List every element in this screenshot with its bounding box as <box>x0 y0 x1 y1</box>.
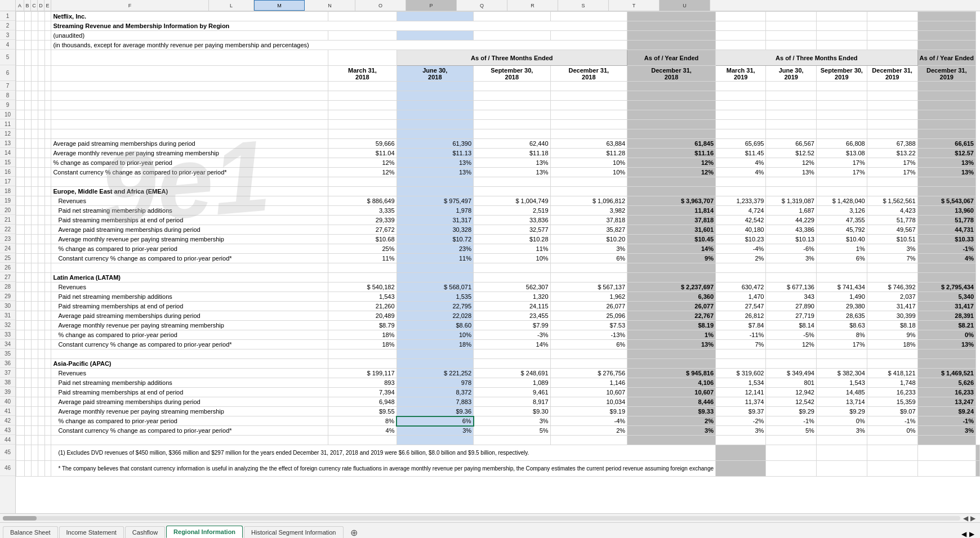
cell-r20[interactable]: 1,687 <box>766 206 817 216</box>
cell-t13[interactable]: 67,388 <box>867 139 917 149</box>
cell-u2[interactable] <box>917 21 975 31</box>
cell-d5[interactable] <box>38 50 44 66</box>
cell-s3[interactable] <box>816 31 867 41</box>
cell-a4[interactable] <box>16 41 25 50</box>
cell-f18[interactable]: Europe, Middle East and Africa (EMEA) <box>51 187 328 196</box>
cell-u5[interactable]: As of / Year Ended <box>917 50 975 66</box>
cell-m1[interactable] <box>397 12 474 21</box>
cell-p13[interactable]: 61,845 <box>627 139 716 149</box>
cell-s20[interactable]: 3,126 <box>816 206 867 216</box>
cell-p1[interactable] <box>627 12 716 21</box>
cell-c2[interactable] <box>31 21 38 31</box>
cell-s4[interactable] <box>816 41 867 50</box>
add-sheet-btn[interactable]: ⊕ <box>347 527 361 538</box>
cell-q3[interactable] <box>716 31 766 41</box>
cell-n15[interactable]: 13% <box>474 158 551 168</box>
cell-u20[interactable]: 13,960 <box>917 206 975 216</box>
cell-e6[interactable] <box>44 66 51 82</box>
cell-u13[interactable]: 66,615 <box>917 139 975 149</box>
cell-f15[interactable]: % change as compared to prior-year perio… <box>51 158 328 168</box>
cell-b3[interactable] <box>24 31 31 41</box>
cell-c5[interactable] <box>31 50 38 66</box>
cell-q13[interactable]: 65,695 <box>716 139 766 149</box>
cell-l15[interactable]: 12% <box>328 158 397 168</box>
cell-r14[interactable]: $12.52 <box>766 149 817 158</box>
cell-footnote2[interactable]: * The company believes that constant cur… <box>51 461 716 477</box>
cell-l14[interactable]: $11.04 <box>328 149 397 158</box>
sheet-nav-left[interactable]: ◀ <box>961 530 966 538</box>
cell-p20[interactable]: 11,814 <box>627 206 716 216</box>
cell-e4[interactable] <box>44 41 51 50</box>
cell-a1[interactable] <box>16 12 25 21</box>
cell-p16[interactable]: 12% <box>627 168 716 177</box>
cell-f13[interactable]: Average paid streaming memberships durin… <box>51 139 328 149</box>
cell-o15[interactable]: 10% <box>550 158 627 168</box>
cell-a5[interactable] <box>16 50 25 66</box>
cell-s16[interactable]: 17% <box>816 168 867 177</box>
cell-s6[interactable]: September 30,2019 <box>816 66 867 82</box>
cell-n13[interactable]: 62,440 <box>474 139 551 149</box>
cell-f6[interactable] <box>51 66 328 82</box>
cell-e5[interactable] <box>44 50 51 66</box>
cell-d1[interactable] <box>38 12 44 21</box>
cell-u4[interactable] <box>917 41 975 50</box>
cell-p4[interactable] <box>627 41 716 50</box>
cell-q14[interactable]: $11.45 <box>716 149 766 158</box>
cell-a3[interactable] <box>16 31 25 41</box>
cell-d4[interactable] <box>38 41 44 50</box>
cell-n6[interactable]: September 30,2018 <box>474 66 551 82</box>
cell-r19[interactable]: $ 1,319,087 <box>766 196 817 206</box>
scrollbar-track[interactable] <box>3 516 960 521</box>
cell-f4[interactable]: (in thousands, except for average monthl… <box>51 41 627 50</box>
cell-q2[interactable] <box>716 21 766 31</box>
cell-s13[interactable]: 66,808 <box>816 139 867 149</box>
cell-p14[interactable]: $11.16 <box>627 149 716 158</box>
cell-a2[interactable] <box>16 21 25 31</box>
cell-q4[interactable] <box>716 41 766 50</box>
cell-l5[interactable] <box>328 50 397 66</box>
cell-s14[interactable]: $13.08 <box>816 149 867 158</box>
cell-n19[interactable]: $ 1,004,749 <box>474 196 551 206</box>
cell-m6[interactable]: June 30,2018 <box>397 66 474 82</box>
cell-r1[interactable] <box>766 12 817 21</box>
cell-e3[interactable] <box>44 31 51 41</box>
cell-p19[interactable]: $ 3,963,707 <box>627 196 716 206</box>
cell-o20[interactable]: 3,982 <box>550 206 627 216</box>
cell-t14[interactable]: $13.22 <box>867 149 917 158</box>
cell-q16[interactable]: 4% <box>716 168 766 177</box>
tab-balance-sheet[interactable]: Balance Sheet <box>3 526 58 538</box>
cell-b5[interactable] <box>24 50 31 66</box>
cell-a6[interactable] <box>16 66 25 82</box>
cell-l19[interactable]: $ 886,649 <box>328 196 397 206</box>
cell-f14[interactable]: Average monthly revenue per paying strea… <box>51 149 328 158</box>
cell-l20[interactable]: 3,335 <box>328 206 397 216</box>
cell-p2[interactable] <box>627 21 716 31</box>
cell-t1[interactable] <box>867 12 917 21</box>
cell-t4[interactable] <box>867 41 917 50</box>
cell-t16[interactable]: 17% <box>867 168 917 177</box>
cell-l3[interactable] <box>328 31 397 41</box>
cell-f20[interactable]: Paid net streaming membership additions <box>51 206 328 216</box>
cell-m3[interactable] <box>397 31 474 41</box>
cell-m14[interactable]: $11.13 <box>397 149 474 158</box>
cell-p6[interactable]: December 31,2018 <box>627 66 716 82</box>
cell-f16[interactable]: Constant currency % change as compared t… <box>51 168 328 177</box>
cell-q5-span[interactable]: As of / Three Months Ended <box>716 50 918 66</box>
cell-q19[interactable]: 1,233,379 <box>716 196 766 206</box>
cell-m42-selected[interactable]: 6% <box>397 416 474 426</box>
cell-r15[interactable]: 12% <box>766 158 817 168</box>
cell-m20[interactable]: 1,978 <box>397 206 474 216</box>
cell-q1[interactable] <box>716 12 766 21</box>
cell-o13[interactable]: 63,884 <box>550 139 627 149</box>
cell-q15[interactable]: 4% <box>716 158 766 168</box>
cell-p15[interactable]: 12% <box>627 158 716 168</box>
cell-s2[interactable] <box>816 21 867 31</box>
cell-o14[interactable]: $11.28 <box>550 149 627 158</box>
cell-u19[interactable]: $ 5,543,067 <box>917 196 975 206</box>
cell-m15[interactable]: 13% <box>397 158 474 168</box>
cell-r13[interactable]: 66,567 <box>766 139 817 149</box>
cell-m13[interactable]: 61,390 <box>397 139 474 149</box>
cell-s1[interactable] <box>816 12 867 21</box>
cell-r3[interactable] <box>766 31 817 41</box>
cell-n14[interactable]: $11.18 <box>474 149 551 158</box>
